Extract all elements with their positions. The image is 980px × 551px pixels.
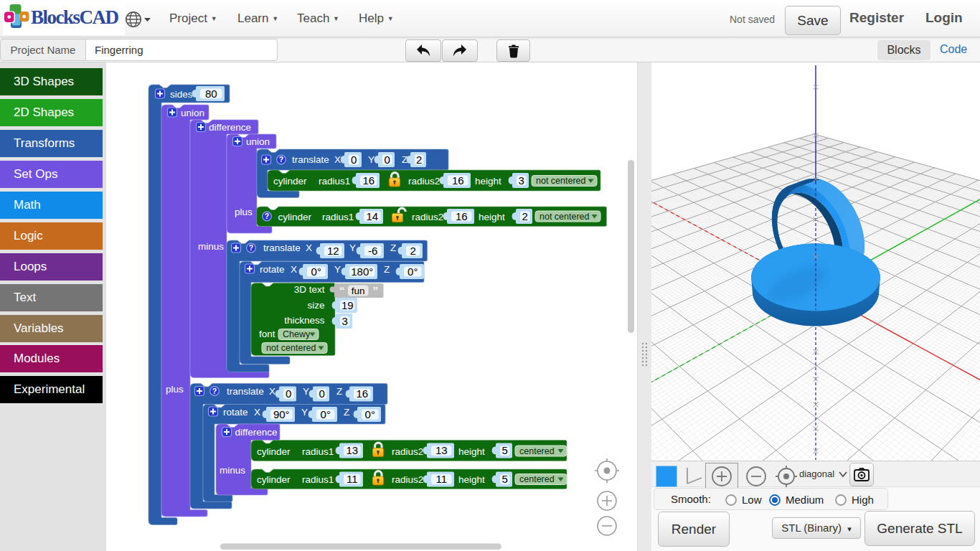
- svg-text:minus: minus: [220, 465, 245, 476]
- svg-text:Z: Z: [336, 386, 342, 397]
- svg-text:translate: translate: [292, 154, 329, 165]
- svg-text:sides: sides: [170, 89, 193, 100]
- svg-text:High: High: [852, 494, 874, 506]
- svg-text:0°: 0°: [321, 408, 331, 420]
- svg-text:?: ?: [212, 387, 217, 395]
- svg-text:180°: 180°: [351, 265, 373, 278]
- svg-text:radius1: radius1: [319, 176, 350, 187]
- svg-text:translate: translate: [263, 242, 301, 253]
- svg-text:radius2: radius2: [408, 176, 440, 187]
- svg-text:height: height: [458, 474, 485, 485]
- svg-text:translate: translate: [227, 386, 264, 397]
- svg-text:2: 2: [410, 245, 416, 257]
- svg-text:minus: minus: [198, 241, 224, 252]
- svg-text:X: X: [254, 407, 260, 418]
- svg-text:X: X: [334, 154, 341, 165]
- svg-text:size: size: [307, 300, 324, 311]
- svg-text:rotate: rotate: [223, 407, 248, 418]
- svg-text:”: ”: [373, 284, 379, 296]
- svg-text:radius1: radius1: [302, 474, 334, 485]
- svg-text:cylinder: cylinder: [257, 474, 291, 485]
- svg-text:16: 16: [456, 210, 468, 222]
- svg-text:?: ?: [249, 243, 253, 252]
- svg-text:12: 12: [327, 245, 339, 257]
- svg-text:-6: -6: [368, 245, 377, 257]
- svg-text:5: 5: [502, 444, 508, 456]
- svg-text:0: 0: [319, 387, 325, 400]
- svg-text:centered: centered: [519, 474, 555, 484]
- svg-text:?: ?: [265, 212, 269, 220]
- svg-text:11: 11: [347, 473, 358, 485]
- svg-text:difference: difference: [209, 122, 251, 133]
- svg-text:not centered: not centered: [266, 343, 316, 353]
- svg-text:11: 11: [435, 473, 447, 485]
- svg-text:Y: Y: [303, 386, 309, 397]
- svg-text:radius1: radius1: [322, 212, 354, 222]
- svg-text:font: font: [259, 329, 275, 339]
- svg-text:0°: 0°: [365, 408, 375, 420]
- svg-text:Y: Y: [349, 242, 356, 253]
- svg-text:Z: Z: [384, 264, 390, 275]
- svg-text:0°: 0°: [311, 265, 321, 278]
- svg-text:Chewy: Chewy: [283, 329, 311, 339]
- svg-text:difference: difference: [235, 427, 278, 438]
- svg-text:not centered: not centered: [536, 176, 586, 186]
- svg-text:Medium: Medium: [786, 494, 824, 506]
- svg-text:16: 16: [452, 174, 464, 187]
- svg-text:height: height: [458, 446, 485, 457]
- svg-text:13: 13: [346, 444, 358, 456]
- svg-text:fun: fun: [352, 286, 365, 296]
- svg-text:14: 14: [366, 210, 378, 222]
- svg-text:19: 19: [341, 299, 354, 311]
- svg-text:?: ?: [279, 155, 283, 164]
- svg-text:radius1: radius1: [302, 446, 334, 457]
- svg-text:height: height: [475, 176, 501, 187]
- svg-text:2: 2: [416, 154, 422, 166]
- svg-text:centered: centered: [519, 446, 555, 456]
- svg-text:0: 0: [385, 154, 390, 166]
- svg-text:cylinder: cylinder: [273, 176, 307, 187]
- svg-text:16: 16: [362, 174, 374, 187]
- svg-text:X: X: [291, 264, 297, 275]
- svg-text:0: 0: [286, 387, 291, 400]
- svg-text:X: X: [269, 386, 275, 397]
- svg-text:cylinder: cylinder: [278, 212, 312, 222]
- svg-text:2: 2: [522, 210, 528, 222]
- svg-text:Low: Low: [742, 494, 762, 506]
- svg-text:X: X: [306, 242, 312, 253]
- svg-text:90°: 90°: [273, 408, 290, 420]
- svg-text:thickness: thickness: [284, 315, 325, 326]
- svg-text:cylinder: cylinder: [257, 446, 291, 457]
- svg-text:radius2: radius2: [392, 446, 423, 457]
- svg-text:3: 3: [519, 174, 524, 187]
- svg-text:Y: Y: [301, 407, 308, 418]
- svg-text:radius2: radius2: [392, 474, 423, 485]
- svg-text:not centered: not centered: [540, 212, 590, 222]
- svg-text:5: 5: [502, 473, 508, 485]
- svg-text:0: 0: [351, 154, 357, 166]
- svg-text:3D text: 3D text: [294, 284, 325, 295]
- svg-text:plus: plus: [235, 207, 253, 217]
- svg-text:radius2: radius2: [412, 212, 443, 222]
- svg-text:union: union: [181, 108, 204, 118]
- svg-text:Z: Z: [344, 407, 349, 418]
- svg-text:union: union: [246, 136, 270, 147]
- svg-text:Y: Y: [334, 264, 341, 275]
- svg-text:16: 16: [356, 387, 368, 400]
- svg-text:rotate: rotate: [260, 264, 285, 275]
- svg-text:13: 13: [435, 444, 448, 456]
- svg-text:“: “: [339, 284, 345, 296]
- svg-text:80: 80: [205, 88, 217, 100]
- svg-text:3: 3: [342, 315, 348, 327]
- svg-text:plus: plus: [166, 384, 184, 395]
- svg-text:0°: 0°: [407, 265, 418, 278]
- svg-text:Y: Y: [368, 154, 374, 165]
- svg-text:Z: Z: [390, 242, 396, 253]
- svg-text:height: height: [479, 212, 505, 222]
